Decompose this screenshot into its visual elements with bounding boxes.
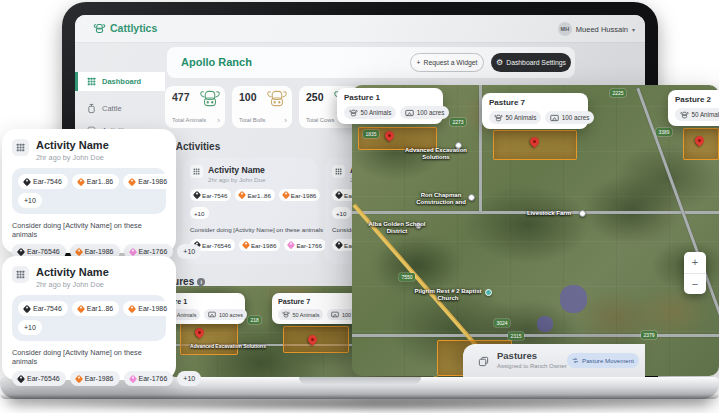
dashboard-settings-button[interactable]: ⚙ Dashboard Settings [491, 53, 571, 72]
overflow-chip[interactable]: +10 [332, 207, 351, 219]
activity-icon [12, 266, 29, 283]
map-place-label: Livestock Farm [520, 210, 578, 217]
ear-tag-chip[interactable]: Ear1..86 [72, 301, 119, 316]
pastures-bar-title: Pastures [497, 350, 537, 361]
ear-tag-chip[interactable]: Ear1..86 [235, 189, 274, 201]
activity-suggestion: Consider doing [Activity Name] on these … [12, 348, 166, 366]
road-badge: 7550 [399, 273, 415, 281]
overflow-chip[interactable]: +10 [177, 244, 201, 259]
pasture-info-card[interactable]: Pasture 2 50 Animals 100 acres [668, 90, 719, 126]
user-menu[interactable]: MH Mueed Hussain ▾ [558, 22, 635, 36]
zone-polygon[interactable] [537, 316, 553, 332]
acreage-pill: 100 acres [545, 111, 594, 124]
pasture-info-card[interactable]: Pasture 1 50 Animals 100 acres [337, 88, 443, 124]
road-badge: 3389 [656, 128, 672, 136]
tag-icon [128, 304, 136, 312]
chevron-down-icon: ▾ [632, 26, 635, 33]
ear-tag-chip[interactable]: Ear-1986 [279, 189, 320, 201]
zoom-out-button[interactable]: − [684, 273, 706, 295]
overflow-chip[interactable]: +10 [18, 193, 42, 208]
ear-tag-chip[interactable]: Ear-1986 [123, 174, 173, 189]
map-place-label: Pilgrim Rest # 2 Baptist Church [408, 288, 488, 302]
sidebar-item-cattle[interactable]: Cattle [75, 99, 165, 118]
app-topbar: Cattlytics MH Mueed Hussain ▾ [75, 15, 645, 43]
acres-icon [405, 109, 414, 117]
overflow-chip[interactable]: +10 [177, 371, 201, 386]
stat-card-total-animals[interactable]: 477 Total Animals › [165, 86, 225, 128]
tag-icon [128, 177, 136, 185]
cow-icon [349, 109, 358, 117]
zoom-in-button[interactable]: + [684, 252, 706, 273]
overflow-chip[interactable]: +10 [190, 207, 209, 219]
ear-tag-chip[interactable]: Ear-7546 [190, 189, 231, 201]
tag-icon [238, 191, 246, 199]
activity-meta: 2hr ago by John Doe [36, 280, 109, 289]
activity-meta: 2hr ago by John Doe [36, 153, 109, 162]
acres-icon [208, 311, 216, 318]
ear-tag-chip[interactable]: Ear-1766 [284, 239, 325, 251]
acres-icon [331, 311, 339, 318]
activity-title: Activity Name [36, 266, 109, 278]
tag-icon [17, 247, 25, 255]
activity-card[interactable]: Activity Name 2hr ago by John Doe Ear-75… [2, 129, 176, 253]
ear-tag-chip[interactable]: Ear1..86 [72, 174, 119, 189]
activity-icon [332, 165, 345, 178]
pasture-info-card[interactable]: Pasture 7 50 Animals 100 acres [482, 93, 588, 129]
ear-tag-chip[interactable]: Ear-76546 [12, 371, 66, 386]
tag-icon [335, 191, 343, 199]
animal-tags-box: Ear-7546 Ear1..86 Ear-1986 +10 [12, 168, 166, 214]
plus-icon: + [416, 59, 420, 66]
activity-suggestion: Consider doing [Activity Name] on these … [190, 226, 311, 233]
animal-tags-box: Ear-7546 Ear1..86 Ear-1986 +10 [12, 295, 166, 341]
poi-marker[interactable] [579, 210, 586, 217]
request-widget-button[interactable]: + Request a Widget [410, 53, 484, 72]
tag-icon [193, 191, 201, 199]
sidebar-item-dashboard[interactable]: Dashboard [75, 72, 165, 91]
pastures-bar: Pastures Assigned to Ranch Owner Pasture… [463, 344, 645, 377]
animal-count-pill: 50 Animals [489, 111, 541, 124]
acres-icon [550, 114, 559, 122]
tag-icon [128, 247, 136, 255]
cow-icon [265, 89, 289, 112]
activity-title: Activity Name [208, 165, 265, 175]
map-zoom-control: + − [684, 252, 706, 294]
animal-count-pill: 50 Animals [344, 106, 396, 119]
tag-icon [23, 177, 31, 185]
tag-icon [74, 247, 82, 255]
overflow-chip[interactable]: +10 [18, 320, 42, 335]
acreage-pill: 100 acres [204, 309, 247, 320]
marketing-mockup: Cattlytics MH Mueed Hussain ▾ Apollo Ran… [0, 0, 719, 413]
activity-card[interactable]: Activity Name 2hr ago by John Doe Ear-75… [183, 158, 318, 264]
info-icon[interactable]: i [197, 278, 205, 286]
road-badge: 2315 [508, 332, 524, 340]
ear-tag-chip[interactable]: Ear-7546 [18, 174, 68, 189]
ear-tag-chip[interactable]: Ear-1986 [70, 371, 120, 386]
ear-tag-chip[interactable]: Ear-7546 [18, 301, 68, 316]
chevron-right-icon: › [217, 116, 220, 125]
layers-icon [478, 353, 489, 371]
cattlytics-bull-icon [93, 23, 106, 34]
road-badge: 2225 [610, 89, 626, 97]
activity-suggestion: Consider doing [Activity Name] on these … [12, 221, 166, 239]
tag-icon [23, 304, 31, 312]
pasture-info-card[interactable]: Pasture 1 50 Animals 100 acres [165, 293, 245, 324]
tag-icon [77, 177, 85, 185]
tag-icon [282, 191, 290, 199]
stat-card-total-bulls[interactable]: 100 Total Bulls › [232, 86, 292, 128]
ear-tag-chip[interactable]: Ear-1986 [239, 239, 280, 251]
movement-icon [572, 357, 579, 364]
ear-tag-chip[interactable]: Ear-1766 [124, 371, 174, 386]
zone-polygon[interactable] [560, 285, 587, 313]
road-badge: 2379 [641, 331, 657, 339]
tag-icon [335, 241, 343, 249]
activity-card[interactable]: Activity Name 2hr ago by John Doe Ear-75… [2, 256, 176, 380]
pasture-polygon[interactable] [180, 321, 238, 355]
app-logo[interactable]: Cattlytics [93, 22, 157, 34]
avatar: MH [558, 22, 572, 36]
tag-icon [287, 241, 295, 249]
map-place-label: Ron Chapman Construction and [402, 192, 480, 206]
page-header: Apollo Ranch + Request a Widget ⚙ Dashbo… [167, 47, 575, 78]
ear-tag-chip[interactable]: Ear-1986 [123, 301, 173, 316]
road-badge: 2273 [450, 118, 466, 126]
pasture-movement-button[interactable]: Pasture Movement [567, 353, 639, 368]
